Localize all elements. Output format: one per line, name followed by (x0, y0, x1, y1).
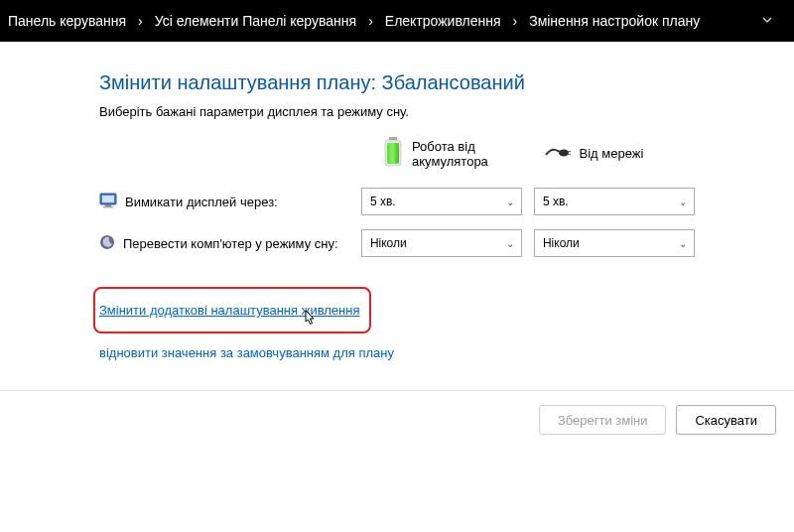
chevron-right-icon: › (509, 13, 522, 29)
breadcrumb-item[interactable]: Електроживлення (377, 13, 509, 29)
svg-rect-9 (103, 206, 113, 208)
svg-point-3 (559, 150, 569, 157)
row-label-text: Перевести комп'ютер у режиму сну: (123, 236, 338, 251)
cancel-button[interactable]: Скасувати (676, 405, 776, 435)
display-plugged-select[interactable]: 5 хв. (534, 188, 695, 215)
column-label: Від мережі (580, 146, 644, 161)
save-button[interactable]: Зберегти зміни (539, 405, 667, 435)
svg-rect-5 (568, 154, 571, 155)
monitor-icon (99, 192, 117, 212)
chevron-right-icon: › (364, 13, 377, 29)
page-description: Виберіть бажані параметри дисплея та реж… (99, 104, 695, 119)
column-label: Робота від акумулятора (412, 139, 534, 169)
button-bar: Зберегти зміни Скасувати (0, 391, 794, 435)
sleep-timeout-row: Перевести комп'ютер у режиму сну: Ніколи… (99, 229, 695, 257)
display-timeout-row: Вимикати дисплей через: 5 хв. ⌄ 5 хв. ⌄ (99, 188, 695, 215)
page-title: Змінити налаштування плану: Збалансовани… (99, 71, 695, 94)
column-headers: Робота від акумулятора Від мережі (99, 137, 695, 170)
plug-icon (544, 143, 572, 164)
sleep-plugged-select[interactable]: Ніколи (534, 229, 695, 257)
battery-icon (382, 137, 404, 170)
advanced-settings-link[interactable]: Змінити додаткові налаштування живлення (99, 303, 359, 318)
annotation-highlight: Змінити додаткові налаштування живлення (93, 287, 371, 333)
chevron-right-icon: › (134, 13, 147, 29)
moon-icon (99, 234, 115, 253)
restore-defaults-link[interactable]: відновити значення за замовчуванням для … (99, 345, 394, 360)
breadcrumb-item[interactable]: Панель керування (0, 13, 134, 29)
links-section: Змінити додаткові налаштування живлення … (99, 287, 695, 360)
breadcrumb-bar: Панель керування › Усі елементи Панелі к… (0, 0, 794, 42)
battery-column-header: Робота від акумулятора (382, 137, 534, 170)
breadcrumb-item[interactable]: Змінення настройок плану (521, 13, 708, 29)
svg-rect-8 (105, 204, 111, 206)
svg-rect-7 (102, 196, 114, 202)
sleep-battery-select[interactable]: Ніколи (361, 229, 522, 257)
chevron-down-icon[interactable] (748, 13, 786, 30)
breadcrumb-item[interactable]: Усі елементи Панелі керування (147, 13, 364, 29)
main-content: Змінити налаштування плану: Збалансовани… (0, 42, 695, 435)
svg-rect-4 (568, 151, 571, 152)
svg-rect-2 (387, 143, 399, 164)
plugged-column-header: Від мережі (544, 143, 696, 164)
display-battery-select[interactable]: 5 хв. (361, 188, 522, 215)
row-label-text: Вимикати дисплей через: (125, 195, 278, 209)
